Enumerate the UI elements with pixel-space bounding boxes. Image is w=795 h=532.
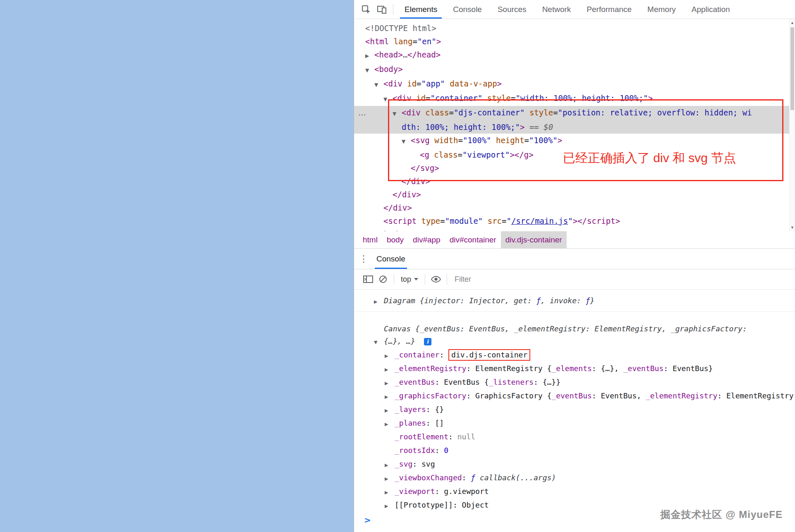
expander-right-icon[interactable]: ▶ [385, 364, 395, 376]
elements-panel: <!DOCTYPE html><html lang="en">▶<head>…<… [354, 19, 795, 231]
devtools-main-toolbar: ElementsConsoleSourcesNetworkPerformance… [354, 0, 795, 19]
expander-right-icon[interactable]: ▶ [365, 49, 374, 62]
devtools-panel: ElementsConsoleSourcesNetworkPerformance… [354, 0, 795, 532]
annotation-text: 已经正确插入了 div 和 svg 节点 [563, 150, 736, 167]
console-log-row[interactable]: Canvas {_eventBus: EventBus, _elementReg… [354, 323, 795, 335]
console-log-row[interactable]: ▼{…}, …} i [354, 335, 795, 349]
scrollbar-thumb[interactable] [790, 27, 794, 110]
console-log-row[interactable]: ▶Diagram {injector: Injector, get: ƒ, in… [354, 291, 795, 312]
tab-sources[interactable]: Sources [490, 0, 534, 19]
scrollbar-down-arrow-icon[interactable]: ▼ [790, 225, 795, 230]
dom-tree-line[interactable]: …▼<div class="djs-container" style="posi… [354, 106, 795, 120]
console-messages: ▶Diagram {injector: Injector, get: ƒ, in… [354, 290, 795, 532]
context-selector-dropdown[interactable]: top [398, 275, 421, 284]
dom-tree-line[interactable]: <script type="module" src="/src/main.js"… [354, 214, 795, 228]
expander-right-icon[interactable]: ▶ [385, 377, 395, 390]
console-sidebar-icon[interactable] [361, 272, 376, 287]
expander-right-icon[interactable]: ▶ [385, 459, 395, 472]
dom-tree-line[interactable]: ▼<div id="container" style="width: 100%;… [354, 91, 795, 106]
toolbar-separator [393, 4, 393, 15]
breadcrumb-item[interactable]: div#container [445, 231, 501, 248]
kebab-menu-icon[interactable]: ⋮ [354, 249, 373, 269]
expander-right-icon[interactable]: ▶ [385, 405, 395, 417]
dom-tree-line[interactable]: ▼<div id="app" data-v-app> [354, 77, 795, 91]
dom-tree-line[interactable]: <html lang="en"> [354, 35, 795, 48]
breadcrumb-item[interactable]: html [358, 231, 382, 248]
expander-down-icon[interactable]: ▼ [383, 93, 393, 106]
expander-right-icon[interactable]: ▶ [385, 350, 395, 362]
expander-right-icon[interactable]: ▶ [374, 296, 384, 308]
expander-down-icon[interactable]: ▼ [402, 135, 411, 148]
toolbar-separator [447, 274, 447, 285]
breadcrumb-item[interactable]: div.djs-container [501, 231, 567, 248]
tab-application[interactable]: Application [684, 0, 738, 19]
tab-console-drawer[interactable]: Console [373, 249, 409, 269]
tab-memory[interactable]: Memory [639, 0, 684, 19]
dom-tree-line[interactable]: dth: 100%; height: 100%;"> == $0 [354, 120, 795, 134]
expander-down-icon[interactable]: ▼ [374, 78, 383, 91]
main-tabs: ElementsConsoleSourcesNetworkPerformance… [397, 0, 738, 19]
dom-tree-line[interactable]: </div> [354, 188, 795, 201]
toolbar-separator [425, 274, 425, 285]
dom-tree-line[interactable]: ▶<head>…</head> [354, 48, 795, 62]
console-tab-label: Console [376, 254, 405, 264]
inspected-page-viewport[interactable] [0, 0, 354, 532]
info-icon[interactable]: i [424, 338, 431, 345]
dom-tree-line[interactable]: </body> [354, 228, 795, 231]
toolbar-separator [394, 274, 394, 285]
chevron-down-icon [414, 278, 418, 280]
expander-right-icon[interactable]: ▶ [385, 486, 395, 499]
console-property-row[interactable]: ▶_svg: svg [354, 458, 795, 472]
console-drawer-header: ⋮ Console [354, 249, 795, 269]
console-property-row[interactable]: ▶_container: div.djs-container [354, 349, 795, 362]
console-filter-input[interactable] [455, 275, 795, 284]
console-property-row[interactable]: ▶_planes: [] [354, 417, 795, 431]
expander-right-icon[interactable]: ▶ [385, 473, 395, 485]
console-toolbar: top [354, 269, 795, 290]
console-property-row[interactable]: ▶_layers: {} [354, 403, 795, 417]
inspect-element-icon[interactable] [358, 2, 374, 17]
breadcrumb-item[interactable]: div#app [408, 231, 445, 248]
dom-tree-line[interactable]: <!DOCTYPE html> [354, 22, 795, 35]
console-prompt-chevron-icon: > [364, 515, 371, 525]
tab-console[interactable]: Console [445, 0, 490, 19]
console-property-row[interactable]: _rootsIdx: 0 [354, 444, 795, 458]
clear-console-icon[interactable] [376, 272, 390, 287]
live-expression-eye-icon[interactable] [429, 272, 443, 287]
dom-tree-lines: <!DOCTYPE html><html lang="en">▶<head>…<… [354, 19, 795, 231]
scrollbar-up-arrow-icon[interactable]: ▲ [790, 20, 795, 26]
console-property-row[interactable]: ▶_viewboxChanged: ƒ callback(...args) [354, 472, 795, 485]
console-property-row[interactable]: ▶_viewport: g.viewport [354, 485, 795, 499]
tab-performance[interactable]: Performance [579, 0, 639, 19]
watermark: 掘金技术社区 @ MiyueFE [661, 508, 783, 521]
context-selector-label: top [401, 275, 411, 284]
screenshot-root: ElementsConsoleSourcesNetworkPerformance… [0, 0, 795, 532]
dom-tree-line[interactable]: ▼<svg width="100%" height="100%"> [354, 134, 795, 148]
elements-scrollbar[interactable]: ▲ ▼ [789, 19, 795, 231]
device-toolbar-icon[interactable] [374, 2, 390, 17]
console-property-row[interactable]: ▶_elementRegistry: ElementRegistry {_ele… [354, 362, 795, 376]
gutter-ellipsis-icon[interactable]: … [358, 106, 366, 119]
expander-right-icon[interactable]: ▶ [385, 418, 395, 431]
console-entries: ▶Diagram {injector: Injector, get: ƒ, in… [354, 291, 795, 513]
breadcrumb: htmlbodydiv#appdiv#containerdiv.djs-cont… [354, 231, 795, 249]
dom-tree-line[interactable]: ▼<body> [354, 62, 795, 77]
tab-elements[interactable]: Elements [397, 0, 445, 19]
expander-down-icon[interactable]: ▼ [374, 336, 384, 349]
expander-down-icon[interactable]: ▼ [393, 107, 402, 120]
console-property-row[interactable]: _rootElement: null [354, 431, 795, 444]
dom-tree-line[interactable]: </div> [354, 175, 795, 188]
dom-tree-line[interactable]: </div> [354, 201, 795, 214]
console-property-row[interactable]: ▶_eventBus: EventBus {_listeners: {…}} [354, 376, 795, 390]
expander-down-icon[interactable]: ▼ [365, 64, 374, 77]
expander-right-icon[interactable]: ▶ [385, 500, 395, 513]
console-property-row[interactable]: ▶_graphicsFactory: GraphicsFactory {_eve… [354, 390, 795, 403]
tab-network[interactable]: Network [534, 0, 579, 19]
breadcrumb-item[interactable]: body [382, 231, 408, 248]
expander-right-icon[interactable]: ▶ [385, 391, 395, 403]
